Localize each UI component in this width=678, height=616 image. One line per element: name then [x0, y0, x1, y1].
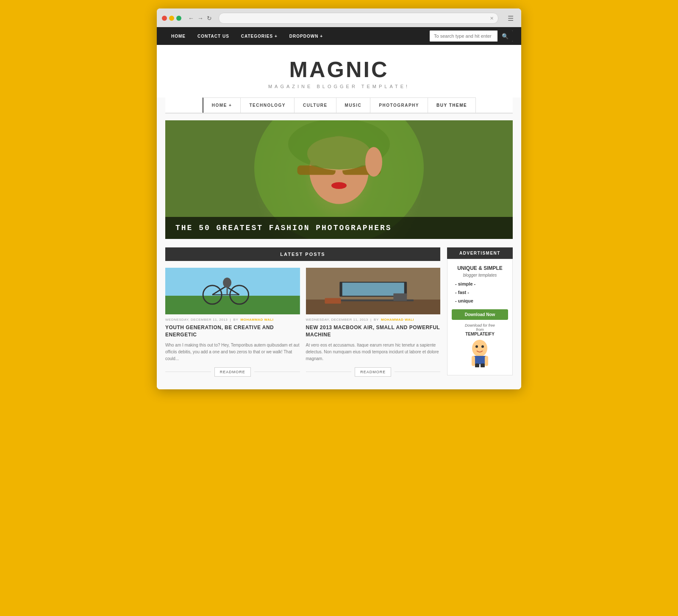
dot-red[interactable] [162, 16, 167, 21]
svg-point-16 [223, 277, 231, 288]
svg-point-8 [331, 182, 347, 189]
hero-overlay: THE 50 GREATEST FASHION PHOTOGRAPHERS [165, 217, 513, 239]
sec-nav-culture[interactable]: CULTURE [294, 97, 336, 113]
post-author-1[interactable]: MOHAMMAD WALI [241, 318, 274, 322]
ad-feature-2: - fast - [455, 289, 508, 297]
ad-character-icon [468, 340, 492, 367]
top-navbar: HOME CONTACT US CATEGORIES + DROPDOWN + … [157, 27, 521, 45]
post-by-2: BY [374, 318, 379, 322]
browser-dots [162, 16, 181, 21]
nav-home[interactable]: HOME [165, 29, 192, 44]
browser-menu-icon[interactable]: ☰ [505, 14, 516, 23]
svg-point-7 [365, 147, 382, 177]
search-button[interactable]: 🔍 [497, 31, 513, 42]
latest-posts-header: LATEST POSTS [165, 247, 440, 261]
site-header: MAGNIC MAGAZINE BLOGGER TEMPLATE! [157, 45, 521, 97]
readmore-button-1[interactable]: READMORE [214, 367, 251, 377]
ad-download-button[interactable]: Download Now [452, 309, 508, 320]
sidebar: ADVERTISMENT UNIQUE & SIMPLE blogger tem… [447, 247, 513, 377]
svg-point-27 [475, 345, 478, 348]
close-tab-icon[interactable]: ✕ [490, 16, 494, 21]
post-line-left-1 [165, 372, 211, 372]
svg-rect-32 [475, 363, 479, 367]
back-button[interactable]: ← [188, 15, 194, 22]
post-line-left-2 [306, 372, 352, 372]
svg-point-26 [472, 340, 487, 357]
post-footer-2: READMORE [306, 367, 441, 377]
site-title: MAGNIC [165, 57, 513, 82]
main-area: LATEST POSTS [157, 239, 521, 377]
site-content: HOME CONTACT US CATEGORIES + DROPDOWN + … [157, 27, 521, 389]
browser-nav: ← → ↻ [188, 15, 212, 22]
post-excerpt-1: Who am I making this out to? Hey, Tempor… [165, 342, 300, 362]
refresh-button[interactable]: ↻ [207, 15, 212, 22]
post-thumb-1 [165, 268, 300, 314]
nav-categories[interactable]: CATEGORIES + [235, 29, 283, 44]
ad-subtext: blogger templates [452, 273, 508, 277]
post-by-1: BY [233, 318, 239, 322]
search-input[interactable] [430, 31, 497, 42]
ad-headline: UNIQUE & SIMPLE [452, 265, 508, 271]
posts-grid: WEDNESDAY, DECEMBER 11, 2013 | BY MOHAMM… [165, 268, 440, 377]
svg-rect-31 [485, 356, 488, 366]
ad-brand-text: TEMPLATEIFY [452, 332, 508, 336]
ad-from-text: from [452, 327, 508, 332]
sidebar-ad-title: ADVERTISMENT [447, 247, 513, 259]
svg-rect-10 [165, 296, 300, 314]
post-title-2: NEW 2013 MACBOOK AIR, SMALL AND POWERFUL… [306, 324, 441, 339]
post-card-2: WEDNESDAY, DECEMBER 11, 2013 | BY MOHAMM… [306, 268, 441, 377]
sec-nav-home[interactable]: HOME + [203, 97, 241, 113]
post-meta-2: WEDNESDAY, DECEMBER 11, 2013 | BY MOHAMM… [306, 318, 441, 322]
ad-free-text: Download for free [452, 323, 508, 327]
bike-illustration [165, 268, 300, 314]
sec-nav-photography[interactable]: PHOTOGRAPHY [370, 97, 428, 113]
ad-feature-1: - simple - [455, 280, 508, 289]
post-meta-1: WEDNESDAY, DECEMBER 11, 2013 | BY MOHAMM… [165, 318, 300, 322]
post-card-1: WEDNESDAY, DECEMBER 11, 2013 | BY MOHAMM… [165, 268, 300, 377]
forward-button[interactable]: → [197, 15, 203, 22]
post-footer-1: READMORE [165, 367, 300, 377]
sec-nav-technology[interactable]: TECHNOLOGY [240, 97, 295, 113]
post-line-right-2 [395, 372, 440, 372]
hero-title: THE 50 GREATEST FASHION PHOTOGRAPHERS [175, 224, 503, 232]
site-subtitle: MAGAZINE BLOGGER TEMPLATE! [165, 84, 513, 89]
browser-window: ← → ↻ ✕ ☰ HOME CONTACT US CATEGORIES + D… [157, 8, 521, 389]
sec-nav-buy-theme[interactable]: BUY THEME [428, 97, 476, 113]
sidebar-ad-box: UNIQUE & SIMPLE blogger templates - simp… [447, 259, 513, 375]
nav-dropdown[interactable]: DROPDOWN + [283, 29, 329, 44]
post-thumb-2 [306, 268, 441, 314]
ad-feature-3: - unique [455, 297, 508, 305]
ad-features: - simple - - fast - - unique [452, 280, 508, 305]
post-date-2: WEDNESDAY, DECEMBER 11, 2013 [306, 318, 368, 322]
dot-yellow[interactable] [169, 16, 174, 21]
secondary-nav: HOME + TECHNOLOGY CULTURE MUSIC PHOTOGRA… [165, 97, 513, 114]
hero-section: THE 50 GREATEST FASHION PHOTOGRAPHERS [165, 120, 513, 239]
svg-rect-23 [393, 294, 407, 301]
svg-rect-25 [325, 298, 341, 304]
hero-image: THE 50 GREATEST FASHION PHOTOGRAPHERS [165, 120, 513, 239]
post-date-1: WEDNESDAY, DECEMBER 11, 2013 [165, 318, 228, 322]
address-bar[interactable]: ✕ [219, 13, 498, 24]
laptop-illustration [306, 268, 441, 314]
post-line-right-1 [254, 372, 300, 372]
svg-rect-33 [481, 363, 485, 367]
browser-titlebar: ← → ↻ ✕ ☰ [157, 8, 521, 27]
svg-rect-30 [472, 356, 475, 366]
search-icon: 🔍 [502, 33, 508, 39]
post-author-2[interactable]: MOHAMMAD WALI [381, 318, 414, 322]
post-title-1: YOUTH GENERATION, BE CREATIVE AND ENERGE… [165, 324, 300, 339]
svg-point-28 [481, 345, 484, 348]
latest-posts-section: LATEST POSTS [165, 247, 440, 377]
readmore-button-2[interactable]: READMORE [355, 367, 391, 377]
top-nav-links: HOME CONTACT US CATEGORIES + DROPDOWN + [165, 29, 329, 44]
sec-nav-music[interactable]: MUSIC [336, 97, 371, 113]
dot-green[interactable] [176, 16, 181, 21]
post-excerpt-2: At vero eos et accusamus. Itaque earum r… [306, 342, 441, 362]
nav-contact-us[interactable]: CONTACT US [192, 29, 235, 44]
top-search-bar: 🔍 [430, 31, 513, 42]
